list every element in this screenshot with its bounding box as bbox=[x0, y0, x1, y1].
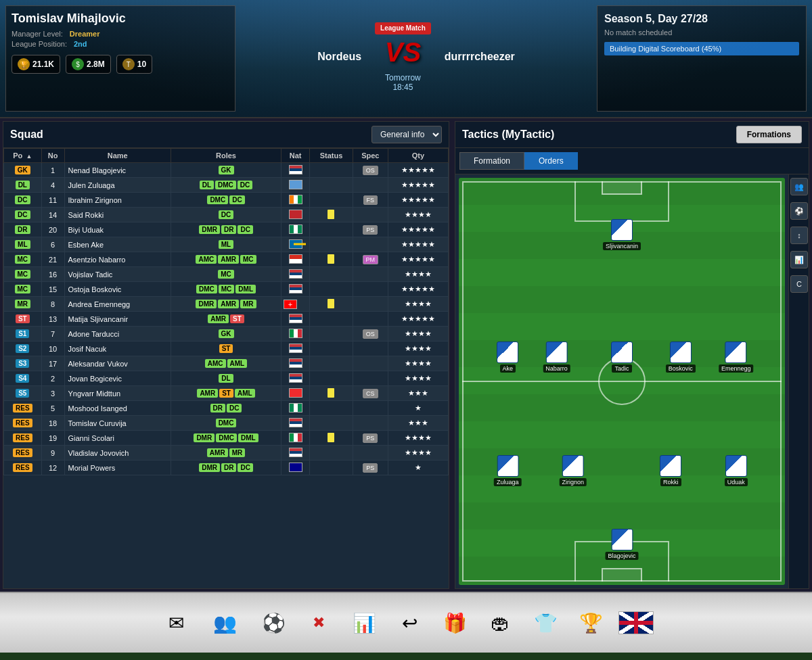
player-token[interactable]: 8 Emennegg bbox=[719, 341, 754, 373]
table-row[interactable]: DC 14 Said Rokki DC ★★★★ bbox=[4, 208, 449, 222]
player-token[interactable]: 20 Uduak bbox=[725, 455, 748, 486]
player-token[interactable]: 14 Rokki bbox=[660, 455, 681, 486]
table-row[interactable]: ML 6 Esben Ake ML ★★★★★ bbox=[4, 237, 449, 252]
role-badge: DML bbox=[235, 285, 256, 293]
table-row[interactable]: DC 11 Ibrahim Zirignon DMCDC FS ★★★★★ bbox=[4, 193, 449, 208]
no-cell: 7 bbox=[41, 327, 64, 341]
col-status[interactable]: Status bbox=[310, 149, 353, 163]
stars-cell: ★ bbox=[388, 401, 448, 416]
table-row[interactable]: DR 20 Biyi Uduak DMRDRDC PS ★★★★★ bbox=[4, 222, 449, 237]
col-spec[interactable]: Spec bbox=[353, 149, 388, 163]
player-name-label: Sljivancanin bbox=[603, 242, 641, 250]
no-cell: 3 bbox=[41, 386, 64, 401]
nav-tactics[interactable]: ✖ bbox=[301, 605, 336, 640]
nav-stadium[interactable]: 🏟 bbox=[482, 605, 518, 640]
stars-cell: ★★★★★ bbox=[388, 193, 448, 208]
status-cell bbox=[310, 163, 353, 178]
trophy-icon: 🏆 bbox=[18, 58, 30, 70]
col-qty[interactable]: Qty bbox=[388, 149, 448, 163]
position-value: 2nd bbox=[74, 40, 87, 48]
spec-cell: OS bbox=[353, 327, 388, 341]
nav-squad[interactable]: 👥 bbox=[204, 602, 246, 644]
status-cell bbox=[310, 401, 353, 416]
player-token[interactable]: 13 Sljivancanin bbox=[603, 219, 641, 250]
table-row[interactable]: RES 12 Morial Powers DMRDRDC PS ★ bbox=[4, 461, 449, 475]
shirt-number: 8 bbox=[734, 354, 738, 361]
nat-cell bbox=[281, 327, 310, 341]
table-row[interactable]: S1 7 Adone Tarducci GK OS ★★★★ bbox=[4, 327, 449, 341]
nav-mail[interactable]: ✉ bbox=[158, 605, 194, 640]
role-badge: AMC bbox=[205, 359, 226, 368]
nat-cell bbox=[281, 163, 310, 178]
tactics-arrows-icon[interactable]: ↕ bbox=[790, 227, 808, 244]
table-row[interactable]: DL 4 Julen Zuluaga DLDMCDC ★★★★★ bbox=[4, 178, 449, 193]
nat-cell bbox=[281, 356, 310, 371]
table-row[interactable]: S4 2 Jovan Bogicevic DL ★★★★ bbox=[4, 371, 449, 386]
tab-formation[interactable]: Formation bbox=[459, 152, 524, 170]
nav-trophy[interactable]: 🏆 bbox=[573, 605, 608, 640]
no-cell: 9 bbox=[41, 446, 64, 461]
player-name-label: Ake bbox=[500, 364, 516, 373]
table-row[interactable]: RES 5 Moshood Isanged DRDC ★ bbox=[4, 401, 449, 416]
player-token[interactable]: 16 Tadic bbox=[611, 341, 633, 373]
stars-cell: ★★★★ bbox=[388, 371, 448, 386]
flag bbox=[289, 388, 302, 398]
roles-cell: ST bbox=[171, 341, 281, 356]
pos-cell: GK bbox=[15, 166, 30, 174]
player-token[interactable]: 11 Zirignon bbox=[559, 455, 587, 486]
col-nat[interactable]: Nat bbox=[281, 149, 310, 163]
nav-gift[interactable]: 🎁 bbox=[437, 605, 472, 640]
tactics-right-panel: 👥 ⚽ ↕ 📊 C bbox=[788, 174, 809, 588]
nav-shirt[interactable]: 👕 bbox=[528, 605, 563, 640]
nav-stats[interactable]: 📊 bbox=[346, 605, 382, 640]
col-no[interactable]: No bbox=[41, 149, 64, 163]
player-token[interactable]: 15 Boskovic bbox=[666, 341, 696, 373]
player-token[interactable]: 6 Ake bbox=[497, 341, 518, 373]
tactics-players-icon[interactable]: 👥 bbox=[790, 178, 808, 195]
table-row[interactable]: RES 9 Vladislav Jovovich AMRMR ★★★★ bbox=[4, 446, 449, 461]
player-shirt: 14 bbox=[660, 455, 681, 477]
col-name[interactable]: Name bbox=[64, 149, 171, 163]
spec-cell: FS bbox=[353, 193, 388, 208]
spec-cell bbox=[353, 371, 388, 386]
table-row[interactable]: RES 19 Gianni Scolari DMRDMCDML PS ★★★★ bbox=[4, 431, 449, 446]
tactics-chart-icon[interactable]: 📊 bbox=[790, 251, 808, 268]
role-badge: AMR bbox=[207, 448, 228, 457]
role-badge: ST bbox=[219, 344, 233, 353]
player-token[interactable]: 1 Blagojevic bbox=[605, 529, 638, 560]
spec-badge: PS bbox=[363, 433, 378, 443]
pos-cell: DR bbox=[15, 225, 30, 234]
table-row[interactable]: ST 13 Matija Sljivancanir AMRST ★★★★★ bbox=[4, 312, 449, 327]
player-token[interactable]: 4 Zuluaga bbox=[494, 455, 522, 486]
gift-icon: 🎁 bbox=[443, 612, 467, 634]
nav-ball[interactable]: ⚽ bbox=[256, 605, 291, 640]
table-row[interactable]: S5 3 Yngvarr Midttun AMRSTAML CS ★★★ bbox=[4, 386, 449, 401]
status-cell bbox=[310, 341, 353, 356]
no-cell: 17 bbox=[41, 356, 64, 371]
table-row[interactable]: MC 21 Asentzio Nabarro AMCAMRMC PM ★★★★★ bbox=[4, 252, 449, 267]
no-cell: 5 bbox=[41, 401, 64, 416]
formations-button[interactable]: Formations bbox=[736, 126, 802, 143]
table-row[interactable]: GK 1 Nenad Blagojevic GK OS ★★★★★ bbox=[4, 163, 449, 178]
nav-back[interactable]: ↩ bbox=[392, 605, 427, 640]
table-row[interactable]: RES 18 Tomislav Curuvija DMC ★★★ bbox=[4, 416, 449, 431]
flag bbox=[289, 463, 302, 472]
top-header: Tomislav Mihajlovic Manager Level: Dream… bbox=[0, 0, 812, 118]
table-row[interactable]: MR 8 Andrea Emennegg DMRAMRMR + ★★★★ bbox=[4, 297, 449, 312]
table-row[interactable]: MC 15 Ostoja Boskovic DMCMCDML ★★★★★ bbox=[4, 282, 449, 297]
nav-language[interactable] bbox=[618, 605, 654, 640]
col-roles[interactable]: Roles bbox=[171, 149, 281, 163]
tactics-c-icon[interactable]: C bbox=[790, 275, 808, 293]
stars-cell: ★★★★ bbox=[388, 327, 448, 341]
tactics-ball-icon[interactable]: ⚽ bbox=[790, 202, 808, 220]
nat-cell bbox=[281, 416, 310, 431]
table-row[interactable]: S3 17 Aleksandar Vukov AMCAML ★★★★ bbox=[4, 356, 449, 371]
general-info-dropdown[interactable]: General info bbox=[371, 126, 442, 143]
table-row[interactable]: S2 10 Josif Nacuk ST ★★★★ bbox=[4, 341, 449, 356]
col-pos[interactable]: Po ▲ bbox=[4, 149, 42, 163]
table-row[interactable]: MC 16 Vojislav Tadic MC ★★★★ bbox=[4, 267, 449, 282]
stars-cell: ★★★★ bbox=[388, 297, 448, 312]
role-badge: DC bbox=[219, 210, 233, 219]
tab-orders[interactable]: Orders bbox=[524, 152, 578, 170]
player-token[interactable]: 21 Nabarro bbox=[543, 341, 570, 373]
